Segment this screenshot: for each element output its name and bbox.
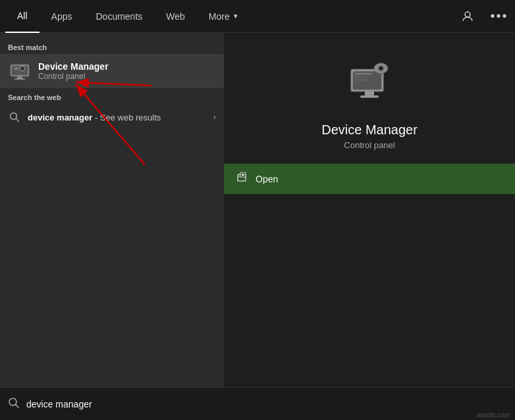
tab-web[interactable]: Web: [154, 0, 197, 33]
chevron-down-icon: ▼: [232, 13, 239, 20]
tab-all-label: All: [17, 11, 28, 21]
svg-line-29: [16, 404, 19, 407]
result-item-device-manager[interactable]: Device Manager Control panel: [0, 54, 224, 88]
ellipsis-icon: •••: [490, 9, 508, 24]
svg-rect-27: [242, 174, 244, 176]
chevron-right-icon: ›: [213, 113, 216, 122]
device-manager-icon-small: [8, 59, 32, 83]
search-input[interactable]: [26, 399, 507, 409]
bottom-search-bar: wsxdn.com: [0, 387, 515, 420]
result-title: Device Manager: [38, 61, 109, 72]
tab-web-label: Web: [166, 11, 185, 22]
app-icon-large: [343, 59, 396, 112]
top-navigation: All Apps Documents Web More ▼ •••: [0, 0, 515, 33]
svg-rect-7: [14, 67, 18, 70]
result-text: Device Manager Control panel: [38, 61, 109, 81]
open-icon: [237, 172, 249, 186]
search-icon-bottom: [8, 397, 20, 411]
watermark: wsxdn.com: [477, 411, 510, 419]
app-name-large: Device Manager: [321, 122, 418, 138]
more-options-button[interactable]: •••: [489, 6, 510, 27]
svg-rect-16: [365, 92, 374, 95]
result-subtitle: Control panel: [38, 72, 109, 81]
tab-documents[interactable]: Documents: [84, 0, 154, 33]
device-manager-icon-large: [346, 63, 393, 109]
web-query: device manager: [28, 113, 92, 122]
search-icon: [8, 111, 21, 124]
svg-rect-22: [354, 73, 371, 75]
svg-rect-17: [360, 95, 379, 98]
nav-right-actions: •••: [457, 6, 510, 27]
result-item-icon: [8, 59, 32, 83]
open-label: Open: [256, 174, 278, 184]
svg-line-9: [16, 119, 19, 122]
web-search-label: Search the web: [0, 88, 224, 104]
tab-more-label: More: [209, 11, 230, 22]
svg-rect-23: [354, 76, 366, 78]
tab-apps-label: Apps: [51, 11, 72, 22]
left-panel: Best match Device Manager: [0, 33, 224, 420]
web-search-item[interactable]: device manager - See web results ›: [0, 104, 224, 130]
user-icon-button[interactable]: [457, 6, 478, 27]
app-type-large: Control panel: [344, 140, 394, 150]
tab-all[interactable]: All: [5, 0, 40, 33]
svg-rect-24: [354, 79, 369, 80]
tab-more[interactable]: More ▼: [197, 0, 251, 33]
tab-documents-label: Documents: [95, 11, 142, 22]
web-suffix: - See web results: [92, 113, 161, 122]
svg-rect-4: [14, 78, 25, 80]
main-content: Best match Device Manager: [0, 33, 515, 420]
svg-rect-3: [17, 76, 22, 78]
open-button[interactable]: Open: [224, 164, 515, 194]
web-search-text: device manager - See web results: [28, 113, 213, 122]
user-icon: [462, 11, 474, 22]
svg-point-21: [381, 68, 382, 69]
tab-apps[interactable]: Apps: [40, 0, 84, 33]
right-panel: Device Manager Control panel Open: [224, 33, 515, 420]
best-match-label: Best match: [0, 38, 224, 54]
svg-point-6: [21, 67, 24, 70]
svg-rect-0: [465, 12, 470, 17]
